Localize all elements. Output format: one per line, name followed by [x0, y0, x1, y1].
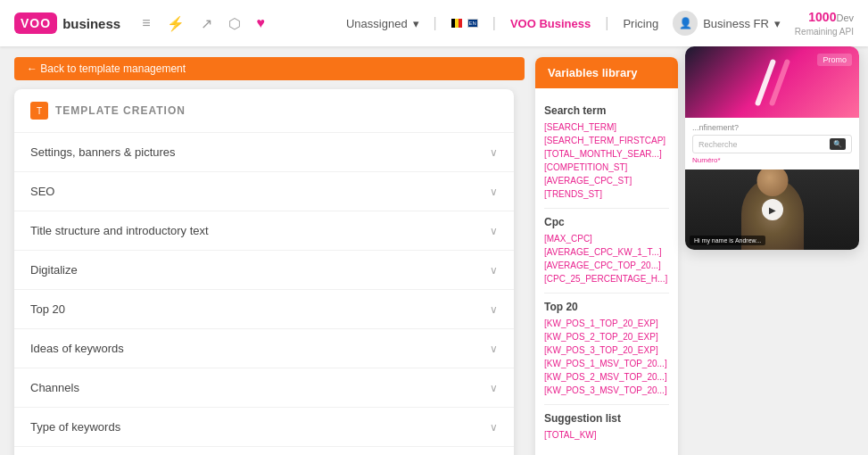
- voo-logo: VOO: [14, 12, 57, 34]
- api-count: 1000: [808, 10, 836, 24]
- bolt-icon[interactable]: ⚡: [167, 15, 185, 32]
- user-chevron-icon: ▾: [774, 17, 781, 30]
- var-item[interactable]: [MAX_CPC]: [544, 232, 669, 245]
- accordion-label-settings: Settings, banners & pictures: [30, 145, 176, 159]
- preview-subtitle: ...nfinement?: [692, 123, 852, 132]
- accordion-label-keywords: Ideas of keywords: [30, 342, 124, 355]
- api-label: Remaining API: [795, 26, 854, 37]
- layers-icon[interactable]: ⬡: [228, 15, 241, 32]
- heart-icon[interactable]: ♥: [257, 15, 266, 31]
- nav-divider-2: |: [492, 15, 496, 31]
- variables-panel: Variables library Search term [SEARCH_TE…: [535, 57, 678, 455]
- template-icon: T: [30, 102, 48, 120]
- var-item[interactable]: [SEARCH_TERM_FIRSTCAP]: [544, 134, 669, 147]
- variables-body: Search term [SEARCH_TERM] [SEARCH_TERM_F…: [535, 88, 678, 445]
- preview-search-placeholder: Recherche: [699, 140, 826, 149]
- variables-header: Variables library: [535, 57, 678, 88]
- var-item[interactable]: [TRENDS_ST]: [544, 187, 669, 201]
- chevron-channels-icon: ∨: [490, 382, 498, 394]
- preview-card: Promo ...nfinement? Recherche 🔍 Numéro* …: [685, 46, 859, 250]
- navbar-icons: ≡ ⚡ ↗ ⬡ ♥: [142, 15, 346, 32]
- accordion-item-deals[interactable]: Deals ∨: [14, 447, 514, 455]
- accordion-label-type-keywords: Type of keywords: [30, 420, 120, 434]
- accordion-item-settings[interactable]: Settings, banners & pictures ∨: [14, 133, 514, 172]
- preview-link[interactable]: Numéro*: [692, 156, 852, 164]
- promo-label: Promo: [817, 54, 852, 66]
- api-unit: Dev: [836, 12, 854, 23]
- var-item[interactable]: [TOTAL_KW]: [544, 428, 669, 442]
- var-section-top20: Top 20: [544, 301, 669, 313]
- preview-text-area: ...nfinement? Recherche 🔍 Numéro*: [685, 118, 859, 170]
- preview-search-bar: Recherche 🔍: [692, 135, 852, 153]
- accordion-item-type-keywords[interactable]: Type of keywords ∨: [14, 408, 514, 447]
- accordion-item-top20[interactable]: Top 20 ∨: [14, 290, 514, 329]
- var-section-suggestion: Suggestion list: [544, 412, 669, 425]
- unassigned-selector[interactable]: Unassigned ▾: [346, 17, 419, 30]
- accordion-label-channels: Channels: [30, 381, 79, 394]
- navbar: VOO business ≡ ⚡ ↗ ⬡ ♥ Unassigned ▾ | EN…: [0, 0, 868, 46]
- chevron-settings-icon: ∨: [490, 146, 498, 159]
- template-panel-title: TEMPLATE CREATION: [55, 104, 186, 117]
- accordion-label-seo: SEO: [30, 185, 54, 198]
- accordion-label-title: Title structure and introductory text: [30, 224, 209, 237]
- left-panel: ← Back to template management T TEMPLATE…: [14, 57, 525, 455]
- accordion-item-digitalize[interactable]: Digitalize ∨: [14, 251, 514, 290]
- accordion-item-keywords[interactable]: Ideas of keywords ∨: [14, 329, 514, 368]
- accordion-item-seo[interactable]: SEO ∨: [14, 172, 514, 211]
- unassigned-label: Unassigned: [346, 17, 408, 30]
- template-panel: T TEMPLATE CREATION Settings, banners & …: [14, 89, 514, 455]
- var-item[interactable]: [AVERAGE_CPC_ST]: [544, 174, 669, 187]
- chevron-icon: ▾: [413, 17, 419, 30]
- language-selector[interactable]: EN: [451, 19, 478, 28]
- chevron-keywords-icon: ∨: [490, 343, 498, 355]
- var-item[interactable]: [KW_POS_2_TOP_20_EXP]: [544, 330, 669, 343]
- var-item[interactable]: [AVERAGE_CPC_KW_1_T...]: [544, 245, 669, 259]
- accordion-item-title[interactable]: Title structure and introductory text ∨: [14, 211, 514, 251]
- chevron-type-keywords-icon: ∨: [490, 421, 498, 434]
- var-item[interactable]: [CPC_25_PERCENTAGE_H...]: [544, 272, 669, 285]
- pricing-link[interactable]: Pricing: [623, 17, 658, 30]
- user-avatar: 👤: [673, 11, 698, 36]
- var-item[interactable]: [SEARCH_TERM]: [544, 120, 669, 134]
- accordion-item-channels[interactable]: Channels ∨: [14, 368, 514, 408]
- var-item[interactable]: [TOTAL_MONTHLY_SEAR...]: [544, 147, 669, 161]
- var-divider: [544, 293, 669, 294]
- video-caption: Hi my name is Andrew...: [690, 236, 765, 245]
- var-section-cpc: Cpc: [544, 216, 669, 228]
- var-item[interactable]: [KW_POS_2_MSV_TOP_20...]: [544, 370, 669, 384]
- nav-divider-3: |: [605, 15, 608, 31]
- flag-be-icon: [451, 19, 462, 28]
- preview-search-button[interactable]: 🔍: [830, 138, 846, 150]
- var-item[interactable]: [KW_POS_1_MSV_TOP_20...]: [544, 357, 669, 370]
- var-item[interactable]: [AVERAGE_CPC_TOP_20...]: [544, 259, 669, 272]
- var-item[interactable]: [COMPETITION_ST]: [544, 161, 669, 174]
- var-section-search-term: Search term: [544, 104, 669, 117]
- api-counter: 1000Dev Remaining API: [795, 9, 854, 37]
- menu-icon[interactable]: ≡: [142, 15, 150, 31]
- accordion-label-digitalize: Digitalize: [30, 263, 78, 277]
- chevron-title-icon: ∨: [490, 225, 498, 237]
- accordion: Settings, banners & pictures ∨ SEO ∨ Tit…: [14, 133, 514, 455]
- chevron-seo-icon: ∨: [490, 186, 498, 198]
- main-content: ← Back to template management T TEMPLATE…: [0, 46, 868, 455]
- var-divider: [544, 208, 669, 209]
- var-item[interactable]: [KW_POS_3_MSV_TOP_20...]: [544, 384, 669, 397]
- var-item[interactable]: [KW_POS_1_TOP_20_EXP]: [544, 317, 669, 330]
- logo[interactable]: VOO business: [14, 12, 120, 34]
- video-person-head: [756, 170, 788, 196]
- user-name: Business FR: [703, 17, 769, 30]
- preview-video-thumb[interactable]: ▶ Hi my name is Andrew...: [685, 170, 859, 250]
- nav-divider-1: |: [434, 15, 437, 31]
- play-button[interactable]: ▶: [762, 199, 783, 220]
- chevron-top20-icon: ∨: [490, 303, 498, 316]
- navbar-right: Unassigned ▾ | EN | VOO Business | Prici…: [346, 9, 854, 37]
- preview-promo-banner: Promo: [685, 46, 859, 118]
- voo-business-badge[interactable]: VOO Business: [510, 17, 591, 30]
- var-item[interactable]: [KW_POS_3_TOP_20_EXP]: [544, 343, 669, 357]
- back-button[interactable]: ← Back to template management: [14, 57, 525, 80]
- chart-icon[interactable]: ↗: [201, 15, 212, 32]
- user-menu[interactable]: 👤 Business FR ▾: [673, 11, 781, 36]
- chevron-digitalize-icon: ∨: [490, 264, 498, 277]
- accordion-label-top20: Top 20: [30, 302, 65, 316]
- template-panel-header: T TEMPLATE CREATION: [14, 89, 514, 133]
